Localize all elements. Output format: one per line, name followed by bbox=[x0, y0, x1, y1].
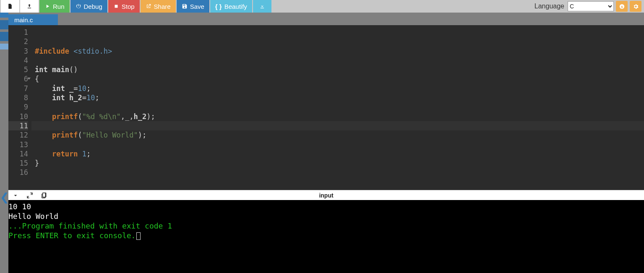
expand-icon bbox=[26, 192, 33, 199]
stop-label: Stop bbox=[122, 3, 135, 10]
language-label: Language bbox=[534, 3, 564, 10]
play-icon bbox=[44, 3, 50, 9]
console-line: Hello World bbox=[8, 211, 644, 221]
editor-gutter: 12345678910111213141516 bbox=[8, 25, 31, 190]
fullscreen-console-button[interactable] bbox=[23, 192, 37, 199]
beautify-button[interactable]: { } Beautify bbox=[210, 0, 252, 13]
console-output[interactable]: 10 10 Hello World ...Program finished wi… bbox=[8, 200, 644, 273]
debug-label: Debug bbox=[84, 3, 102, 10]
save-button[interactable]: Save bbox=[177, 0, 209, 13]
save-icon bbox=[182, 3, 188, 9]
download-button[interactable] bbox=[253, 0, 271, 13]
tab-main-c[interactable]: main.c bbox=[8, 14, 58, 25]
download-icon bbox=[259, 3, 265, 9]
power-icon bbox=[76, 3, 81, 9]
stop-button[interactable]: Stop bbox=[108, 0, 140, 13]
new-file-button[interactable] bbox=[1, 0, 19, 13]
copy-console-button[interactable] bbox=[37, 192, 51, 199]
share-label: Share bbox=[154, 3, 171, 10]
debug-button[interactable]: Debug bbox=[70, 0, 107, 13]
share-icon bbox=[146, 3, 151, 9]
gear-icon bbox=[633, 3, 639, 10]
run-button[interactable]: Run bbox=[39, 0, 70, 13]
save-label: Save bbox=[190, 3, 204, 10]
donate-button[interactable]: $ bbox=[616, 1, 628, 12]
svg-rect-0 bbox=[115, 5, 117, 8]
svg-text:$: $ bbox=[621, 5, 623, 8]
tab-row: main.c bbox=[0, 13, 644, 25]
beautify-label: Beautify bbox=[224, 3, 247, 10]
console-cursor bbox=[136, 232, 141, 240]
language-select[interactable]: C bbox=[568, 1, 614, 11]
clipboard-icon bbox=[41, 192, 47, 199]
settings-button[interactable] bbox=[630, 1, 641, 12]
stop-icon bbox=[113, 3, 119, 9]
console-line: 10 10 bbox=[8, 202, 644, 211]
braces-icon: { } bbox=[215, 3, 222, 10]
console-exit-line: ...Program finished with exit code 1 bbox=[8, 221, 644, 231]
console-exit-line: Press ENTER to exit console. bbox=[8, 231, 644, 240]
collapse-console-button[interactable] bbox=[8, 192, 23, 199]
console-header: input bbox=[8, 190, 644, 200]
code-editor[interactable]: 12345678910111213141516 #include <stdio.… bbox=[8, 25, 644, 190]
tab-label: main.c bbox=[14, 16, 33, 23]
console-title: input bbox=[51, 192, 601, 199]
upload-button[interactable] bbox=[20, 0, 39, 13]
editor-code[interactable]: #include <stdio.h>int main(){ int _=10; … bbox=[31, 25, 644, 190]
share-button[interactable]: Share bbox=[141, 0, 176, 13]
coin-icon: $ bbox=[619, 3, 625, 10]
run-label: Run bbox=[53, 3, 65, 10]
left-sidebar bbox=[0, 13, 8, 273]
chevron-down-icon bbox=[12, 192, 19, 199]
expand-console-handle[interactable]: ❮ bbox=[0, 191, 9, 204]
toolbar: Run Debug Stop Share Save bbox=[0, 0, 644, 13]
